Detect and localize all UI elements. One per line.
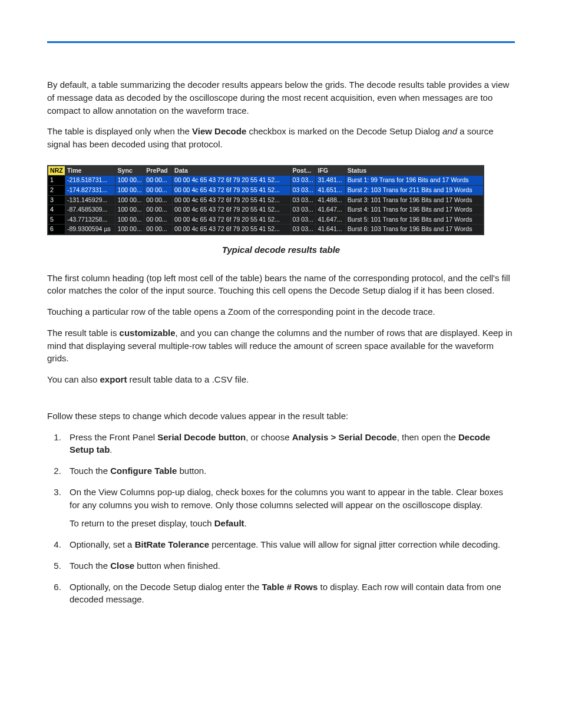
table-cell: -174.827331... (65, 185, 115, 195)
table-cell: -131.145929... (65, 195, 115, 205)
table-cell: Burst 5: 101 Trans for 196 Bits and 17 W… (345, 215, 483, 225)
table-cell: Burst 1: 99 Trans for 196 Bits and 17 Wo… (345, 176, 483, 186)
row-index-cell: 6 (48, 225, 65, 235)
table-header-row: NRZ Time Sync PrePad Data Post... IFG St… (48, 166, 484, 176)
step-1: Press the Front Panel Serial Decode butt… (64, 431, 515, 457)
table-cell: -218.518731... (65, 176, 115, 186)
table-cell: -87.4585309... (65, 205, 115, 215)
table-cell: 03 03... (290, 205, 316, 215)
step-6: Optionally, on the Decode Setup dialog e… (64, 581, 515, 607)
col-data: Data (173, 166, 291, 176)
text: , or choose (246, 432, 292, 442)
text: checkbox is marked on the Decode Setup D… (246, 126, 442, 136)
text: On the View Columns pop-up dialog, check… (70, 487, 503, 510)
body-paragraph: The result table is customizable, and yo… (47, 327, 515, 365)
table-row[interactable]: 2-174.827331...100 00...00 00...00 00 4c… (48, 185, 484, 195)
col-prepad: PrePad (144, 166, 173, 176)
table-cell: 100 00... (115, 225, 144, 235)
view-decode-label: View Decode (192, 126, 246, 136)
row-index-cell: 4 (48, 205, 65, 215)
step-4: Optionally, set a BitRate Tolerance perc… (64, 538, 515, 551)
step-3-sub: To return to the preset display, touch D… (70, 517, 515, 530)
table-caption: Typical decode results table (47, 243, 515, 256)
text: button. (177, 466, 206, 476)
table-cell: -43.7713258... (65, 215, 115, 225)
export-label: export (100, 374, 127, 384)
table-cell: 100 00... (115, 205, 144, 215)
table-cell: -89.9300594 µs (65, 225, 115, 235)
table-cell: 00 00 4c 65 43 72 6f 79 20 55 41 52... (173, 195, 291, 205)
table-cell: 00 00 4c 65 43 72 6f 79 20 55 41 52... (173, 205, 291, 215)
row-index-cell: 3 (48, 195, 65, 205)
text: button when finished. (134, 561, 220, 571)
intro-paragraph-1: By default, a table summarizing the deco… (47, 78, 515, 117)
col-ifg: IFG (316, 166, 345, 176)
text: The table is displayed only when the (47, 126, 192, 136)
text: . (244, 518, 247, 528)
default-label: Default (214, 518, 244, 528)
steps-list: Press the Front Panel Serial Decode butt… (47, 431, 515, 607)
table-cell: 100 00... (115, 185, 144, 195)
steps-lead: Follow these steps to change which decod… (47, 410, 515, 423)
text: Press the Front Panel (70, 432, 157, 442)
table-row[interactable]: 3-131.145929...100 00...00 00...00 00 4c… (48, 195, 484, 205)
serial-decode-button-label: Serial Decode button (157, 432, 246, 442)
row-index-cell: 1 (48, 176, 65, 186)
table-cell: 03 03... (290, 195, 316, 205)
table-cell: 41.488... (316, 195, 345, 205)
emphasis-and: and (442, 126, 457, 136)
table-cell: 03 03... (290, 215, 316, 225)
text: Touch the (70, 561, 110, 571)
step-3: On the View Columns pop-up dialog, check… (64, 486, 515, 530)
text: Optionally, set a (70, 539, 135, 549)
table-cell: 100 00... (115, 215, 144, 225)
table-cell: 41.641... (316, 225, 345, 235)
table-cell: 00 00 4c 65 43 72 6f 79 20 55 41 52... (173, 215, 291, 225)
bitrate-tolerance-label: BitRate Tolerance (135, 539, 209, 549)
table-cell: 00 00... (144, 195, 173, 205)
text: . (110, 444, 112, 454)
body-paragraph: Touching a particular row of the table o… (47, 305, 515, 318)
customizable-label: customizable (120, 328, 176, 338)
close-label: Close (110, 561, 134, 571)
text: You can also (47, 374, 100, 384)
table-cell: 00 00... (144, 225, 173, 235)
table-cell: 100 00... (115, 195, 144, 205)
decode-results-table: NRZ Time Sync PrePad Data Post... IFG St… (47, 165, 484, 235)
table-row[interactable]: 6-89.9300594 µs100 00...00 00...00 00 4c… (48, 225, 484, 235)
header-rule (47, 41, 515, 43)
text: Touch the (70, 466, 110, 476)
table-cell: 100 00... (115, 176, 144, 186)
table-cell: 00 00... (144, 176, 173, 186)
protocol-cell[interactable]: NRZ (48, 166, 65, 176)
text: result table data to a .CSV file. (127, 374, 249, 384)
step-5: Touch the Close button when finished. (64, 559, 515, 572)
table-cell: 00 00 4c 65 43 72 6f 79 20 55 41 52... (173, 225, 291, 235)
table-cell: 41.647... (316, 215, 345, 225)
table-cell: 31.481... (316, 176, 345, 186)
table-cell: 00 00... (144, 205, 173, 215)
menu-path-label: Analysis > Serial Decode (292, 432, 397, 442)
col-post: Post... (290, 166, 316, 176)
table-row[interactable]: 5-43.7713258...100 00...00 00...00 00 4c… (48, 215, 484, 225)
configure-table-label: Configure Table (110, 466, 177, 476)
step-2: Touch the Configure Table button. (64, 465, 515, 477)
body-paragraph: The first column heading (top left most … (47, 272, 515, 298)
text: The result table is (47, 328, 120, 338)
row-index-cell: 5 (48, 215, 65, 225)
table-row[interactable]: 4-87.4585309...100 00...00 00...00 00 4c… (48, 205, 484, 215)
table-cell: 00 00... (144, 215, 173, 225)
table-cell: 03 03... (290, 176, 316, 186)
col-sync: Sync (115, 166, 144, 176)
intro-paragraph-2: The table is displayed only when the Vie… (47, 125, 515, 151)
text: percentage. This value will allow for si… (209, 539, 500, 549)
table-cell: Burst 4: 101 Trans for 196 Bits and 17 W… (345, 205, 483, 215)
row-index-cell: 2 (48, 185, 65, 195)
table-cell: 00 00 4c 65 43 72 6f 79 20 55 41 52... (173, 185, 291, 195)
body-paragraph: You can also export result table data to… (47, 373, 515, 386)
table-row[interactable]: 1-218.518731...100 00...00 00...00 00 4c… (48, 176, 484, 186)
table-cell: 03 03... (290, 185, 316, 195)
text: , then open the (397, 432, 458, 442)
col-status: Status (345, 166, 483, 176)
table-cell: 41.651... (316, 185, 345, 195)
